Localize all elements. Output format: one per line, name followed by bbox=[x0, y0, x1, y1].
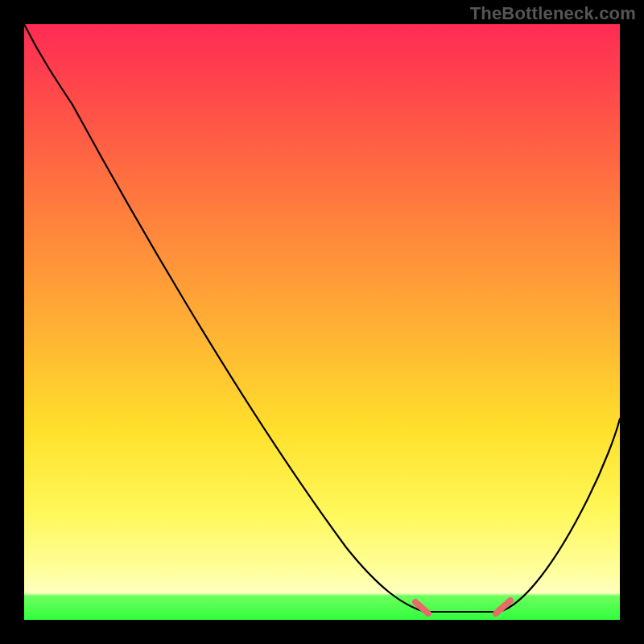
chart-frame: TheBottleneck.com bbox=[0, 0, 644, 644]
bottleneck-curve-svg bbox=[24, 24, 620, 620]
optimal-range-accent-left bbox=[415, 602, 428, 613]
watermark-text: TheBottleneck.com bbox=[470, 3, 636, 24]
plot-area bbox=[24, 24, 620, 620]
bottleneck-curve-line bbox=[24, 24, 620, 612]
